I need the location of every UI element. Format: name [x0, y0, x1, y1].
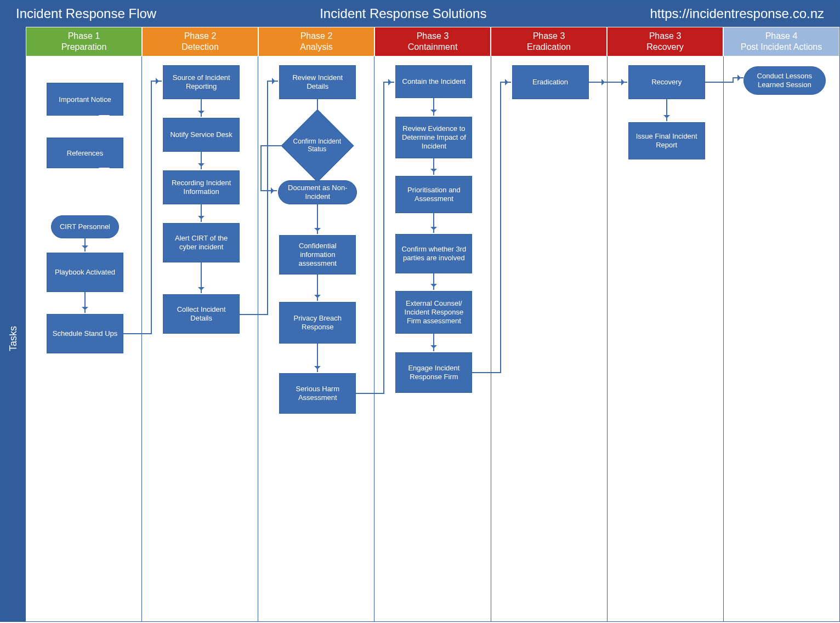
- box-engage-firm: Engage Incident Response Firm: [395, 352, 472, 393]
- connector: [260, 190, 277, 191]
- box-review-details: Review Incident Details: [279, 65, 356, 99]
- arrow: [433, 273, 434, 290]
- diagram-source-url: https://incidentresponse.co.nz: [650, 6, 824, 21]
- arrow: [433, 334, 434, 351]
- connector: [151, 81, 152, 334]
- node-label: Confirm whether 3rd parties are involved: [400, 245, 467, 263]
- doc-important-notice: Important Notice: [47, 83, 123, 116]
- node-label: Confidential information assessment: [284, 242, 351, 268]
- arrow: [84, 238, 86, 252]
- phase-header-preparation: Phase 1 Preparation: [26, 27, 142, 56]
- connector: [260, 145, 262, 191]
- arrow: [433, 158, 434, 175]
- phase-num: Phase 1: [26, 31, 141, 42]
- connector: [267, 81, 278, 82]
- node-label: Notify Service Desk: [170, 130, 232, 139]
- swimlanes: Tasks Important Notice References CIRT P…: [1, 56, 839, 621]
- node-label: Recording Incident Information: [168, 179, 235, 197]
- node-label: Prioritisation and Assessment: [400, 186, 467, 204]
- node-label: Conduct Lessons Learned Session: [748, 72, 821, 90]
- box-serious-harm: Serious Harm Assessment: [279, 373, 356, 414]
- box-schedule-standups: Schedule Stand Ups: [47, 314, 123, 353]
- connector: [151, 81, 162, 82]
- terminator-cirt-personnel: CIRT Personnel: [51, 215, 119, 238]
- lane-post-incident: Conduct Lessons Learned Session: [724, 56, 839, 621]
- node-label: Serious Harm Assessment: [284, 385, 351, 403]
- arrow: [84, 292, 86, 313]
- doc-label: Important Notice: [59, 95, 111, 104]
- connector: [356, 393, 374, 394]
- diagram-frame: Incident Response Flow Incident Response…: [0, 0, 840, 622]
- lane-recovery: Recovery Issue Final Incident Report: [608, 56, 724, 621]
- connector: [500, 82, 511, 83]
- arrow: [201, 262, 202, 293]
- node-label: Privacy Breach Response: [284, 314, 351, 332]
- phase-label: Detection: [143, 42, 258, 53]
- connector: [240, 314, 258, 315]
- tasks-gutter-head: [1, 27, 26, 56]
- box-collect-details: Collect Incident Details: [163, 294, 240, 334]
- node-label: Schedule Stand Ups: [53, 329, 118, 338]
- terminator-non-incident: Document as Non-Incident: [278, 180, 357, 204]
- lane-containment: Contain the Incident Review Evidence to …: [374, 56, 491, 621]
- arrow: [433, 98, 434, 116]
- arrow: [201, 152, 202, 169]
- doc-label: References: [67, 149, 103, 157]
- lane-eradication: Eradication: [491, 56, 608, 621]
- box-recovery: Recovery: [628, 65, 705, 99]
- box-confidential-assessment: Confidential information assessment: [279, 235, 356, 275]
- node-label: CIRT Personnel: [60, 222, 110, 231]
- arrow: [201, 204, 202, 222]
- box-playbook-activated: Playbook Activated: [47, 253, 123, 292]
- phase-num: Phase 4: [724, 31, 839, 42]
- box-review-evidence: Review Evidence to Determine Impact of I…: [395, 117, 472, 158]
- phase-header-detection: Phase 2 Detection: [142, 27, 258, 56]
- box-alert-cirt: Alert CIRT of the cyber incident: [163, 223, 240, 262]
- phase-num: Phase 3: [491, 31, 606, 42]
- node-label: Review Evidence to Determine Impact of I…: [400, 124, 467, 151]
- arrow: [666, 99, 667, 121]
- connector: [383, 82, 384, 394]
- lane-analysis: Review Incident Details Confirm Incident…: [258, 56, 374, 621]
- node-label: Document as Non-Incident: [283, 184, 352, 202]
- diagram-topbar: Incident Response Flow Incident Response…: [1, 1, 839, 27]
- phase-header-eradication: Phase 3 Eradication: [491, 27, 607, 56]
- doc-references: References: [47, 138, 123, 168]
- box-eradication: Eradication: [512, 65, 589, 99]
- phase-label: Recovery: [608, 42, 723, 53]
- node-label: Recovery: [651, 78, 682, 87]
- tasks-label: Tasks: [8, 326, 19, 351]
- phase-label: Analysis: [259, 42, 374, 53]
- box-prioritisation: Prioritisation and Assessment: [395, 176, 472, 213]
- box-source-reporting: Source of Incident Reporting: [163, 65, 240, 99]
- connector: [733, 77, 743, 78]
- connector: [472, 372, 491, 373]
- node-label: External Counsel/ Incident Response Firm…: [400, 299, 467, 326]
- node-label: Alert CIRT of the cyber incident: [168, 234, 235, 252]
- connector: [500, 82, 501, 373]
- connector: [267, 81, 268, 315]
- phase-header-analysis: Phase 2 Analysis: [258, 27, 374, 56]
- phase-header-recovery: Phase 3 Recovery: [607, 27, 723, 56]
- node-label: Source of Incident Reporting: [168, 73, 235, 92]
- box-recording-info: Recording Incident Information: [163, 170, 240, 204]
- lane-preparation: Important Notice References CIRT Personn…: [26, 56, 142, 621]
- arrow: [317, 275, 318, 301]
- diagram-title: Incident Response Flow: [16, 6, 156, 21]
- arrow: [317, 204, 318, 234]
- connector: [608, 82, 627, 83]
- node-label: Engage Incident Response Firm: [400, 364, 467, 382]
- connector: [589, 82, 608, 83]
- arrow: [317, 173, 318, 180]
- arrow: [317, 344, 318, 372]
- connector: [383, 82, 394, 83]
- phase-label: Containment: [375, 42, 490, 53]
- phase-label: Preparation: [26, 42, 141, 53]
- phase-header-containment: Phase 3 Containment: [374, 27, 491, 56]
- arrow: [433, 213, 434, 233]
- tasks-gutter: Tasks: [1, 56, 26, 621]
- diagram-subtitle: Incident Response Solutions: [320, 6, 486, 21]
- box-notify-servicedesk: Notify Service Desk: [163, 118, 240, 152]
- node-label: Collect Incident Details: [168, 305, 235, 323]
- phase-headers: Phase 1 Preparation Phase 2 Detection Ph…: [1, 27, 839, 56]
